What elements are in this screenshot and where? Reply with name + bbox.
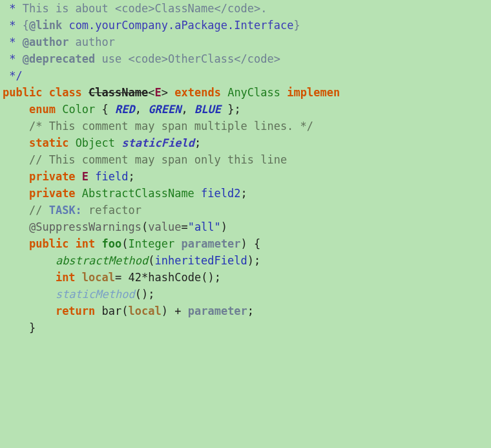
equals: = (115, 271, 121, 284)
javadoc-text: This is about (23, 2, 115, 15)
semicolon: ; (214, 271, 221, 284)
abstract-class: AbstractClassName (82, 187, 194, 200)
task-comment-prefix: // (29, 204, 49, 217)
semicolon: ; (247, 304, 254, 317)
angle-open: < (148, 86, 154, 99)
block-comment: /* This comment may span multiple lines.… (29, 120, 313, 133)
enum-const-blue: BLUE (194, 103, 221, 116)
plus: + (174, 304, 181, 317)
brace-close: } (227, 103, 234, 116)
javadoc-deprecated-tag: @deprecated (23, 52, 96, 65)
javadoc-brace: } (293, 19, 300, 32)
kw-int: int (56, 271, 76, 284)
javadoc-star: * (3, 36, 23, 48)
javadoc-end: / (16, 69, 22, 82)
javadoc-author: author (68, 36, 115, 48)
static-method-call: staticMethod (56, 288, 135, 301)
javadoc-star: * (3, 69, 16, 82)
kw-implements: implemen (287, 86, 340, 99)
paren-close: ) (221, 220, 227, 233)
multiply: * (141, 271, 148, 284)
javadoc-dot: . (260, 2, 267, 15)
semicolon: ; (254, 254, 260, 267)
param-name: parameter (181, 237, 240, 250)
brace-close: } (29, 321, 36, 334)
enum-name: Color (62, 103, 95, 116)
task-tag: TASK: (49, 204, 82, 217)
paren-close: ) (247, 254, 254, 267)
javadoc-link-target: com.yourCompany.aPackage.Interface (62, 19, 293, 32)
javadoc-star: * (3, 2, 23, 15)
inherited-field: inheritedField (154, 254, 247, 267)
type-param: E (154, 86, 161, 99)
paren-open: ( (141, 220, 148, 233)
javadoc-code-open: <code> (115, 2, 154, 15)
comma: , (135, 103, 141, 116)
javadoc-classname: ClassName (154, 2, 214, 15)
javadoc-code-close: </code> (234, 52, 280, 65)
enum-const-green: GREEN (148, 103, 181, 116)
paren-open: ( (121, 304, 128, 317)
kw-return: return (56, 304, 95, 317)
javadoc-code-open: <code> (129, 52, 168, 65)
class-name-deprecated: ClassName (89, 86, 148, 99)
enum-const-red: RED (115, 103, 135, 116)
string-literal: "all" (188, 220, 221, 233)
hashcode-call: hashCode (148, 271, 201, 284)
kw-class: class (49, 86, 82, 99)
semicolon: ; (148, 288, 154, 301)
parens: () (201, 271, 214, 284)
kw-public: public (29, 237, 68, 250)
task-rest: refactor (82, 204, 141, 217)
type-object: Object (76, 136, 115, 149)
kw-private: private (29, 170, 76, 183)
paren-open: ( (148, 254, 154, 267)
param-type: Integer (129, 237, 175, 250)
method-name: foo (102, 237, 122, 250)
code-editor: * This is about <code>ClassName</code>. … (0, 0, 491, 336)
javadoc-otherclass: OtherClass (168, 52, 234, 65)
return-type: int (76, 237, 96, 250)
semicolon: ; (194, 136, 201, 149)
bar-call: bar (102, 304, 122, 317)
type-param-E: E (82, 170, 89, 183)
paren-close: ) (162, 304, 168, 317)
javadoc-star: * (3, 52, 23, 65)
field-name: field (95, 170, 128, 183)
abstract-method-call: abstractMethod (56, 254, 148, 267)
line-comment: // This comment may span only this line (29, 153, 287, 166)
number-literal: 42 (129, 271, 141, 284)
annotation: @SuppressWarnings (29, 220, 141, 233)
javadoc-code-close: </code> (214, 2, 261, 15)
kw-private: private (29, 187, 76, 200)
brace-open: { (102, 103, 109, 116)
paren-close: ) (241, 237, 247, 250)
javadoc-link-tag: @link (29, 19, 62, 32)
annotation-key: value (148, 220, 181, 233)
param-ref: parameter (188, 304, 247, 317)
kw-enum: enum (29, 103, 56, 116)
javadoc-author-tag: @author (23, 36, 69, 48)
semicolon: ; (234, 103, 240, 116)
kw-public: public (3, 86, 42, 99)
javadoc-brace: { (23, 19, 29, 32)
javadoc-star: * (3, 19, 23, 32)
superclass: AnyClass (227, 86, 280, 99)
kw-extends: extends (174, 86, 221, 99)
comma: , (182, 103, 188, 116)
local-var: local (82, 271, 115, 284)
javadoc-deprecated-pre: use (95, 52, 128, 65)
kw-static: static (29, 136, 68, 149)
semicolon: ; (241, 187, 247, 200)
static-field: staticField (121, 136, 194, 149)
parens: () (135, 288, 148, 301)
brace-open: { (254, 237, 260, 250)
angle-close: > (162, 86, 168, 99)
equals: = (181, 220, 187, 233)
paren-open: ( (121, 237, 128, 250)
field-name: field2 (201, 187, 240, 200)
semicolon: ; (129, 170, 135, 183)
local-var-ref: local (129, 304, 162, 317)
